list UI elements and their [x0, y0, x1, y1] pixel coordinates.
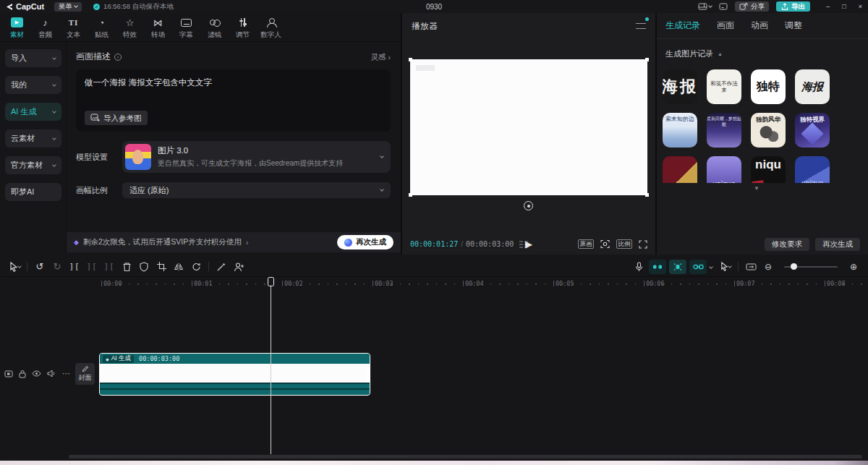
auto-snap-toggle[interactable] — [649, 260, 666, 274]
nav-effects[interactable]: ☆ 特效 — [116, 13, 144, 41]
tab-adjust[interactable]: 调整 — [785, 20, 802, 32]
modify-request-button[interactable]: 修改要求 — [765, 238, 809, 251]
hide-track-icon[interactable] — [32, 370, 41, 377]
timeline-ruler[interactable]: 00:0000:0100:0200:0300:0400:0500:0600:07… — [69, 278, 868, 289]
zoom-in-button[interactable]: ⊕ — [845, 259, 862, 275]
sidebar-item-ai-generate[interactable]: AI 生成 — [5, 103, 61, 121]
regenerate-button[interactable]: 再次生成 — [815, 238, 860, 251]
redo-button[interactable]: ↻ — [48, 259, 66, 275]
lock-track-icon[interactable] — [19, 370, 26, 378]
timeline-clip-ai-image[interactable]: ◆ AI 生成 00:00:03:00 — [99, 353, 370, 396]
nav-adjust[interactable]: 调节 — [229, 13, 257, 41]
sidebar-item-import[interactable]: 导入 — [5, 49, 61, 67]
nav-filters[interactable]: 滤镜 — [200, 13, 229, 41]
resize-handle[interactable] — [409, 193, 412, 197]
generated-image-thumb[interactable]: 索未知的边 — [663, 113, 697, 148]
generated-image-thumb[interactable]: 独韵风华 — [751, 113, 786, 148]
nav-text[interactable]: TI 文本 — [59, 13, 88, 41]
generated-image-thumb[interactable]: unique — [663, 156, 697, 183]
rotate-button[interactable] — [187, 259, 205, 275]
delete-button[interactable] — [118, 259, 135, 275]
tab-animation[interactable]: 动画 — [751, 20, 768, 32]
model-select[interactable]: 图片 3.0 更自然真实，可生成文字海报，由Seedream提供技术支持 — [122, 141, 391, 173]
sidebar-item-mine[interactable]: 我的 — [5, 76, 61, 94]
mask-button[interactable] — [135, 259, 153, 275]
model-thumbnail — [125, 144, 151, 170]
nav-avatar[interactable]: 数字人 — [257, 13, 285, 41]
inspiration-link[interactable]: 灵感 › — [371, 52, 391, 62]
nav-audio[interactable]: ♪ 音频 — [31, 13, 59, 41]
generated-image-thumb[interactable]: unique — [707, 156, 741, 183]
timeline-zoom-slider[interactable] — [784, 266, 838, 268]
delete-right-button[interactable]: ][ — [101, 259, 118, 275]
player-menu-icon[interactable] — [636, 23, 646, 29]
import-reference-button[interactable]: 导入参考图 — [85, 111, 148, 125]
mute-track-icon[interactable] — [47, 370, 56, 377]
main-track-magnet-toggle[interactable] — [669, 260, 686, 274]
track-type-icon[interactable] — [4, 370, 13, 377]
select-tool-button[interactable] — [6, 259, 23, 275]
generated-images-section[interactable]: 生成图片记录 ▲ — [657, 39, 868, 59]
playhead-handle[interactable] — [268, 277, 274, 286]
auto-link-toggle[interactable] — [689, 260, 707, 274]
nav-media[interactable]: ▶ 素材 — [3, 13, 31, 41]
chevron-down-icon[interactable] — [709, 265, 713, 269]
sidebar-item-official[interactable]: 官方素材 — [5, 156, 61, 174]
ai-generate-form: 画面描述 i 灵感 › 做一个海报 海报文字包含中文文字 导入参考图 模型设置 — [66, 42, 401, 254]
aspect-ratio-select[interactable]: 适应 (原始) — [122, 182, 391, 198]
generate-again-button[interactable]: 再次生成 — [337, 235, 393, 249]
add-avatar-button[interactable] — [230, 259, 247, 275]
generated-image-thumb[interactable]: 独特视界 — [795, 113, 830, 148]
grid-expand-icon[interactable]: ▼ — [754, 185, 760, 192]
generated-image-thumb[interactable]: 和笺不作法来 — [707, 69, 741, 104]
maximize-button[interactable]: □ — [842, 3, 846, 10]
quality-badge[interactable]: 原画 — [578, 239, 594, 249]
close-button[interactable]: × — [859, 3, 862, 10]
clip-trim-handle[interactable] — [367, 371, 369, 380]
generated-image-thumb[interactable]: unique — [795, 156, 830, 183]
layout-switch-button[interactable] — [698, 3, 712, 10]
ratio-badge[interactable]: 比例 — [616, 239, 632, 249]
preview-axis-button[interactable] — [717, 259, 734, 275]
play-button[interactable]: ▶ — [525, 239, 532, 249]
smart-tools-button[interactable] — [213, 259, 230, 275]
minimize-button[interactable]: – — [826, 3, 830, 10]
nav-transition[interactable]: ⋈ 转场 — [144, 13, 172, 41]
generated-image-thumb[interactable]: 独特 — [751, 69, 786, 104]
generated-image-thumb[interactable]: niqu — [751, 156, 786, 183]
zoom-slider-handle[interactable] — [791, 263, 797, 270]
generated-image-thumb[interactable]: 星辰闪耀，梦想起航 — [707, 113, 741, 148]
nav-sticker[interactable]: ◔ 贴纸 — [88, 13, 116, 41]
resize-handle[interactable] — [645, 58, 649, 61]
sidebar-item-cloud[interactable]: 云素材 — [5, 129, 61, 148]
tab-picture[interactable]: 画面 — [717, 20, 734, 32]
split-button[interactable]: ][ — [66, 259, 83, 275]
tab-generation-history[interactable]: 生成记录 — [665, 20, 700, 32]
generated-image-thumb[interactable]: 海报 — [663, 69, 697, 104]
zoom-out-button[interactable]: ⊖ — [760, 259, 777, 275]
prompt-input[interactable]: 做一个海报 海报文字包含中文文字 导入参考图 — [76, 69, 391, 132]
generated-image-thumb[interactable]: 海报 — [795, 69, 830, 104]
delete-left-button[interactable]: ][ — [83, 259, 101, 275]
focus-icon[interactable] — [600, 239, 610, 249]
rotate-handle[interactable] — [524, 201, 533, 210]
cover-button[interactable]: 封面 — [75, 363, 95, 385]
share-button[interactable]: 分享 — [735, 1, 769, 12]
release-notes-button[interactable] — [719, 3, 728, 10]
resize-handle[interactable] — [645, 193, 649, 197]
mirror-button[interactable] — [170, 259, 187, 275]
timeline-horizontal-scrollbar[interactable] — [69, 455, 862, 458]
export-button[interactable]: 导出 — [776, 1, 810, 12]
chevron-right-icon[interactable]: › — [246, 238, 249, 247]
resize-handle[interactable] — [409, 58, 412, 61]
crop-button[interactable] — [153, 259, 170, 275]
fit-timeline-button[interactable] — [742, 259, 760, 275]
nav-captions[interactable]: 字幕 — [172, 13, 200, 41]
more-options-icon[interactable]: ⋯ — [62, 369, 70, 378]
sidebar-item-jimeng-ai[interactable]: 即梦AI — [5, 183, 61, 201]
preview-canvas[interactable] — [410, 59, 647, 195]
undo-button[interactable]: ↺ — [31, 259, 48, 275]
menu-button[interactable]: 菜单 — [54, 2, 82, 12]
fullscreen-icon[interactable] — [639, 240, 647, 249]
record-voiceover-button[interactable] — [630, 259, 647, 275]
